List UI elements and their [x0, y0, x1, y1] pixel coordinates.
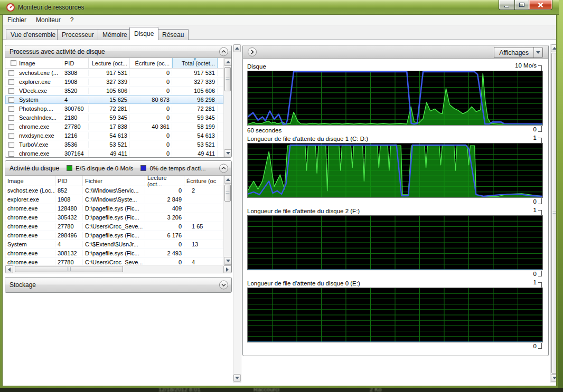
processes-header[interactable]: Processus avec activité de disque — [5, 45, 231, 58]
table-row[interactable]: System415 62580 67396 298 — [5, 95, 223, 104]
dropdown-arrow-icon[interactable] — [533, 47, 542, 58]
disk-activity-header[interactable]: Activité du disque E/S disque de 0 Mo/s … — [5, 161, 231, 176]
minimize-button[interactable] — [499, 0, 514, 10]
scale-bracket — [538, 343, 542, 349]
table-row[interactable]: chrome.exe27780C:\Users\Croc_Seve...04 — [5, 258, 223, 265]
header-checkbox[interactable] — [11, 60, 16, 66]
column-header-image[interactable]: Image — [5, 176, 55, 186]
row-checkbox[interactable] — [8, 97, 14, 103]
column-header-image[interactable]: Image — [5, 58, 62, 68]
legend-label: 0% de temps d'acti... — [149, 165, 205, 171]
table-row[interactable]: nvxdsync.exe121654 613054 613 — [5, 131, 223, 140]
column-header-fichier[interactable]: Fichier — [83, 176, 145, 186]
column-header-total[interactable]: ▼Total (octet... — [172, 58, 218, 68]
expand-down-button[interactable] — [219, 281, 228, 290]
table-row[interactable]: chrome.exe298496D:\pagefile.sys (Fic...6… — [5, 231, 223, 240]
tab-memoire[interactable]: Mémoire — [98, 29, 132, 40]
title-bar[interactable]: Moniteur de ressources — [0, 0, 559, 15]
table-row[interactable]: chrome.exe128480D:\pagefile.sys (Fic...4… — [5, 204, 223, 213]
left-pane-scrollbar[interactable] — [233, 44, 241, 383]
scroll-down-button[interactable] — [551, 374, 556, 382]
resource-monitor-window: Moniteur de ressources Fichier Moniteur … — [0, 0, 559, 389]
chevron-right-icon — [251, 50, 254, 54]
scrollbar-thumb[interactable] — [224, 67, 231, 91]
chevron-up-icon — [221, 50, 226, 53]
table-row[interactable]: System4C:\$Extend\$UsnJr...013 — [5, 240, 223, 249]
column-header-pid[interactable]: PID — [55, 176, 83, 186]
table-row[interactable]: chrome.exe305432D:\pagefile.sys (Fic...3… — [5, 213, 223, 222]
row-checkbox[interactable] — [8, 115, 14, 121]
scroll-down-button[interactable] — [233, 374, 241, 382]
row-checkbox[interactable] — [8, 106, 14, 112]
row-checkbox[interactable] — [8, 88, 14, 94]
table-row[interactable]: explorer.exe1908327 3390327 339 — [5, 78, 223, 87]
views-label: Affichages — [494, 47, 533, 58]
table-row[interactable]: explorer.exe1908C:\Windows\Syste...2 849 — [5, 195, 223, 204]
row-checkbox[interactable] — [8, 142, 14, 148]
row-checkbox[interactable] — [8, 70, 14, 76]
scroll-left-button[interactable] — [5, 265, 13, 273]
table-row[interactable]: chrome.exe308132D:\pagefile.sys (Fic...2… — [5, 249, 223, 258]
legend: E/S disque de 0 Mo/s — [67, 165, 133, 171]
storage-header[interactable]: Stockage — [5, 278, 231, 292]
legend-label: E/S disque de 0 Mo/s — [76, 165, 133, 171]
right-pane-scrollbar[interactable] — [550, 44, 556, 383]
table-row[interactable]: SearchIndex...218059 345059 345 — [5, 113, 223, 122]
column-header-ecriture[interactable]: Écriture (oc... — [130, 58, 172, 68]
chevron-up-icon — [221, 167, 226, 170]
charts-pane: Affichages Disque 10 Mo/s — [242, 45, 549, 356]
row-checkbox[interactable] — [8, 133, 14, 139]
views-dropdown[interactable]: Affichages — [494, 47, 543, 58]
app-icon — [6, 3, 15, 12]
activity-vertical-scrollbar[interactable] — [223, 176, 231, 265]
table-row[interactable]: svchost.exe (Loc...852C:\Windows\Servic.… — [5, 186, 223, 195]
chart-title: Longueur de file d'attente du disque 0 (… — [247, 280, 360, 286]
chart-title: Disque — [247, 63, 266, 70]
table-row[interactable]: VDeck.exe3520105 6060105 606 — [5, 87, 223, 95]
column-header-lecture[interactable]: Lecture (oct... — [145, 176, 184, 186]
maximize-button[interactable] — [514, 0, 529, 10]
row-checkbox[interactable] — [8, 151, 14, 157]
disk0-queue-chart: Longueur de file d'attente du disque 0 (… — [247, 279, 543, 351]
row-checkbox[interactable] — [8, 124, 14, 130]
chart-title: Longueur de file d'attente du disque 1 (… — [247, 136, 368, 142]
tab-vue-densemble[interactable]: Vue d'ensemble — [6, 29, 60, 40]
column-header-pid[interactable]: PID — [62, 58, 89, 68]
maximize-icon — [519, 3, 524, 7]
scrollbar-thumb[interactable] — [15, 266, 123, 272]
table-row[interactable]: chrome.exe30716449 411049 411 — [5, 149, 223, 157]
charts-pane-header: Affichages — [243, 45, 548, 59]
column-header-ecriture[interactable]: Écriture (oc — [184, 176, 222, 186]
scroll-down-button[interactable] — [224, 257, 232, 265]
tab-disque[interactable]: Disque — [129, 27, 158, 40]
processes-vertical-scrollbar[interactable] — [223, 58, 231, 157]
charts-list: Disque 10 Mo/s 60 secondes 0 — [243, 59, 548, 351]
scroll-right-button[interactable] — [223, 265, 231, 273]
scrollbar-thumb[interactable] — [551, 53, 556, 374]
scroll-up-button[interactable] — [233, 44, 241, 52]
close-button[interactable] — [529, 0, 552, 10]
menu-help[interactable]: ? — [65, 15, 79, 25]
table-row[interactable]: svchost.exe (...3308917 5310917 531 — [5, 69, 223, 78]
collapse-right-button[interactable] — [248, 47, 257, 56]
scroll-up-button[interactable] — [224, 58, 232, 66]
section-title: Activité du disque — [10, 165, 59, 172]
table-row[interactable]: Photoshop....30076072 281072 281 — [5, 104, 223, 113]
menu-fichier[interactable]: Fichier — [3, 15, 31, 25]
tab-processeur[interactable]: Processeur — [57, 29, 99, 40]
row-checkbox[interactable] — [8, 79, 14, 85]
scroll-up-button[interactable] — [224, 176, 232, 184]
table-row[interactable]: chrome.exe27780C:\Users\Croc_Seve...01 6… — [5, 222, 223, 231]
menu-moniteur[interactable]: Moniteur — [31, 15, 65, 25]
scale-bracket — [538, 198, 542, 204]
scrollbar-thumb[interactable] — [224, 185, 231, 202]
scroll-up-button[interactable] — [551, 44, 556, 52]
table-row[interactable]: chrome.exe2778017 83840 36158 199 — [5, 122, 223, 131]
activity-horizontal-scrollbar[interactable] — [5, 265, 231, 273]
scroll-down-button[interactable] — [224, 149, 232, 157]
column-header-lecture[interactable]: Lecture (oct... — [89, 58, 130, 68]
table-row[interactable]: TurboV.exe353653 521053 521 — [5, 140, 223, 149]
collapse-up-button[interactable] — [219, 164, 228, 173]
tab-reseau[interactable]: Réseau — [157, 29, 189, 40]
collapse-up-button[interactable] — [219, 47, 228, 56]
